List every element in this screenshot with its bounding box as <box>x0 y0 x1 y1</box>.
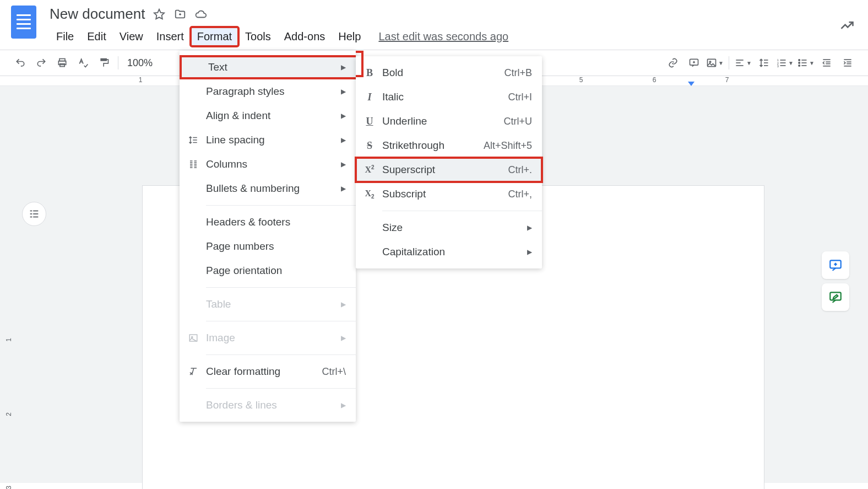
cloud-status-icon[interactable] <box>194 8 208 21</box>
image-icon <box>187 333 199 343</box>
format-clear-item[interactable]: Clear formattingCtrl+\ <box>180 359 356 384</box>
svg-rect-54 <box>189 335 197 341</box>
ruler-tick-6: 6 <box>653 76 657 84</box>
strikethrough-icon: S <box>364 140 376 152</box>
menu-insert[interactable]: Insert <box>150 27 191 46</box>
insert-link-button[interactable] <box>664 53 682 72</box>
columns-icon <box>187 159 199 169</box>
format-line-spacing-item[interactable]: Line spacing▶ <box>180 128 356 152</box>
add-comment-button[interactable] <box>685 53 703 72</box>
star-icon[interactable] <box>153 8 166 21</box>
format-borders-item: Borders & lines▶ <box>180 393 356 417</box>
separator <box>382 211 542 211</box>
separator <box>729 56 729 69</box>
menu-tools[interactable]: Tools <box>238 27 278 46</box>
menubar: File Edit View Insert Format Tools Add-o… <box>50 27 857 46</box>
document-title[interactable]: New document <box>50 6 145 23</box>
svg-point-19 <box>799 60 800 61</box>
separator <box>206 354 356 355</box>
ruler-indent-marker[interactable] <box>688 82 695 86</box>
align-button[interactable]: ▼ <box>734 53 752 72</box>
separator <box>206 321 356 321</box>
ruler-tick-1: 1 <box>139 76 143 84</box>
separator <box>206 388 356 389</box>
text-submenu: B BoldCtrl+B I ItalicCtrl+I U UnderlineC… <box>356 56 542 268</box>
text-subscript-item[interactable]: X2 SubscriptCtrl+, <box>356 182 542 206</box>
bold-icon: B <box>364 67 376 79</box>
spellcheck-button[interactable] <box>74 53 93 72</box>
menu-format[interactable]: Format <box>191 27 238 46</box>
format-table-item: Table▶ <box>180 292 356 316</box>
text-strikethrough-item[interactable]: S StrikethroughAlt+Shift+5 <box>356 133 542 158</box>
format-headers-item[interactable]: Headers & footers <box>180 210 356 234</box>
menu-file[interactable]: File <box>50 27 80 46</box>
format-paragraph-item[interactable]: Paragraph styles▶ <box>180 79 356 104</box>
superscript-icon: X2 <box>364 164 376 175</box>
underline-icon: U <box>364 116 376 127</box>
paint-format-button[interactable] <box>95 53 113 72</box>
document-outline-button[interactable] <box>22 202 46 226</box>
svg-point-55 <box>192 336 193 337</box>
increase-indent-button[interactable] <box>838 53 857 72</box>
format-columns-item[interactable]: Columns▶ <box>180 152 356 176</box>
bulleted-list-button[interactable]: ▼ <box>796 53 815 72</box>
text-capitalization-item[interactable]: Capitalization▶ <box>356 240 542 264</box>
subscript-icon: X2 <box>364 189 376 200</box>
clear-formatting-icon <box>187 367 199 377</box>
separator <box>206 205 356 206</box>
docs-logo[interactable] <box>11 6 36 39</box>
format-page-orientation-item[interactable]: Page orientation <box>180 259 356 283</box>
text-italic-item[interactable]: I ItalicCtrl+I <box>356 85 542 109</box>
separator <box>118 56 118 69</box>
svg-text:3: 3 <box>777 65 779 68</box>
decrease-indent-button[interactable] <box>817 53 836 72</box>
print-button[interactable] <box>53 53 72 72</box>
format-bullets-item[interactable]: Bullets & numbering▶ <box>180 176 356 201</box>
italic-icon: I <box>364 92 376 103</box>
svg-point-20 <box>799 62 800 64</box>
format-text-item[interactable]: Text▶ <box>180 55 356 79</box>
ruler-tick-5: 5 <box>579 76 583 84</box>
text-superscript-item[interactable]: X2 SuperscriptCtrl+. <box>356 158 542 182</box>
format-page-numbers-item[interactable]: Page numbers <box>180 234 356 259</box>
svg-point-6 <box>709 61 711 63</box>
format-dropdown: Text▶ Paragraph styles▶ Align & indent▶ … <box>180 51 356 422</box>
vertical-ruler[interactable]: 1 2 3 <box>0 86 11 483</box>
menu-view[interactable]: View <box>113 27 150 46</box>
menu-addons[interactable]: Add-ons <box>278 27 332 46</box>
insert-image-button[interactable]: ▼ <box>706 53 724 72</box>
numbered-list-button[interactable]: 123▼ <box>775 53 794 72</box>
text-underline-item[interactable]: U UnderlineCtrl+U <box>356 109 542 133</box>
svg-marker-0 <box>154 9 164 18</box>
svg-point-21 <box>799 65 800 67</box>
undo-button[interactable] <box>11 53 30 72</box>
last-edit-link[interactable]: Last edit was seconds ago <box>378 30 508 43</box>
line-spacing-icon <box>187 135 199 145</box>
line-spacing-button[interactable] <box>755 53 773 72</box>
format-image-item: Image▶ <box>180 326 356 350</box>
suggest-edits-fab[interactable] <box>822 283 849 311</box>
separator <box>206 287 356 288</box>
menu-edit[interactable]: Edit <box>80 27 112 46</box>
text-bold-item[interactable]: B BoldCtrl+B <box>356 61 542 85</box>
menu-help[interactable]: Help <box>332 27 367 46</box>
move-to-folder-icon[interactable] <box>173 8 187 21</box>
ruler-tick-7: 7 <box>725 76 729 84</box>
activity-icon[interactable] <box>839 18 855 33</box>
format-align-item[interactable]: Align & indent▶ <box>180 104 356 128</box>
text-size-item[interactable]: Size▶ <box>356 216 542 240</box>
redo-button[interactable] <box>32 53 51 72</box>
zoom-select[interactable]: 100% <box>123 57 157 69</box>
add-comment-fab[interactable] <box>822 251 849 279</box>
